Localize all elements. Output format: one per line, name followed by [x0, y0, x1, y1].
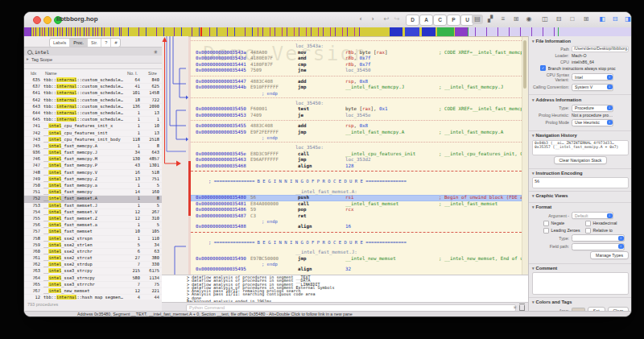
section-header[interactable]: ▾Address Information: [532, 96, 629, 103]
code-label[interactable]: loc_3545e:: [191, 145, 522, 151]
column-idx[interactable]: Idx: [31, 71, 36, 76]
navigation-history-list[interactable]: 0x84b3 (__ai…_ZN7INTERNAL_4f973d33…0x353…: [532, 140, 629, 155]
table-row[interactable]: 742__intel_cpu_features_init113: [24, 130, 162, 137]
clear-navigation-stack-button[interactable]: Clear Navigation Stack: [554, 156, 608, 164]
clear-console-trash-icon[interactable]: [519, 305, 525, 311]
table-row[interactable]: 748__intel_fast_memcpy.V16518: [24, 170, 162, 176]
disclosure-triangle-icon[interactable]: ▸: [27, 56, 29, 61]
section-header[interactable]: ▾Graphic Views: [532, 192, 629, 200]
format-type-dropdown[interactable]: [572, 234, 625, 242]
close-window-icon[interactable]: [33, 16, 41, 24]
disassembly-line[interactable]: 0x00000000000354537409jeloc_3545e: [191, 113, 522, 119]
table-row[interactable]: 635tbb::internal::custom_scheduler<tbb::…: [24, 77, 162, 84]
disassembly-line[interactable]: 0x000000000003548056pushrsi; Begin of un…: [191, 195, 522, 201]
mode-button-p[interactable]: P: [447, 14, 460, 26]
disassembly-line[interactable]: 0x00000000000354474883C408addrsp, 0x8: [191, 79, 522, 85]
table-row[interactable]: 750__intel_fast_memcpy.a15: [24, 183, 162, 189]
undo-icon[interactable]: ↩: [382, 14, 391, 24]
tab-#[interactable]: #: [111, 39, 120, 47]
comment-textarea[interactable]: [532, 272, 629, 295]
grid-pane-icon[interactable]: ⊞: [580, 14, 592, 24]
table-row[interactable]: 745__intel_fast_memcpy.A18: [24, 143, 162, 150]
field-path-dropdown[interactable]: [572, 243, 625, 250]
column-size[interactable]: Size: [148, 71, 157, 76]
toggle-bottom-panel-icon[interactable]: ⊟: [609, 14, 621, 24]
table-row[interactable]: 762__intel_sse2_strdup7330: [24, 262, 162, 268]
table-row[interactable]: 746__intel_fast_memcpy.M1304857: [24, 156, 162, 163]
pseudocode-view-icon[interactable]: ≡: [497, 14, 509, 24]
table-row[interactable]: 749__intel_fast_memcpy.Z13751: [24, 176, 162, 183]
negate-checkbox[interactable]: [543, 221, 549, 226]
disassembly-line[interactable]: 0x0000000000035468align128: [191, 163, 522, 170]
table-row[interactable]: 12tbb::internal::hash_map_segment_base::…: [24, 295, 162, 300]
clear-color-button[interactable]: Clear: [608, 307, 629, 311]
table-row[interactable]: 761__intel_sse2_strcat27380: [24, 255, 162, 262]
table-row[interactable]: 763__intel_sse3_strcpy2156175: [24, 268, 162, 275]
search-input[interactable]: intel: [35, 49, 49, 55]
table-row[interactable]: 757__intel_fast_memset10105: [24, 229, 162, 235]
disassembly-line[interactable]: 0x0000000000035459E9F2FEFFFFjmp__intel_f…: [191, 130, 522, 136]
tab-str[interactable]: Str.: [88, 39, 101, 47]
code-label[interactable]: loc_35450:: [191, 101, 522, 107]
cfg-view-icon[interactable]: ▞: [485, 14, 496, 24]
disassembly-line[interactable]: 0x00000000000354457509jneloc_35450: [191, 68, 522, 74]
column-count[interactable]: No. I.: [127, 71, 138, 76]
calling-convention-dropdown[interactable]: System V: [572, 84, 613, 91]
disassembly-pane[interactable]: Demo Version loc_3543a:0x000000000003543…: [188, 36, 528, 275]
filter-gear-icon[interactable]: ✳: [154, 49, 158, 56]
scrollbar-thumb[interactable]: [523, 40, 526, 89]
disassembly-line[interactable]: 0x0000000000035463E96AFFFFFFjmploc_353d2: [191, 157, 522, 163]
history-entry[interactable]: 0x35357 (__intel_fast_memcpy.A + 0x7): [533, 145, 628, 150]
single-pane-icon[interactable]: □: [567, 14, 578, 24]
table-row[interactable]: 753__intel_fast_memset.J15: [24, 203, 162, 209]
table-row[interactable]: 643tbb::internal::custom_scheduler<tbb::…: [24, 104, 162, 110]
disassembly-line[interactable]: 0x000000000003545eE8D3C9FFFFcall__intel_…: [191, 151, 522, 158]
tag-scope-row[interactable]: ▸ Tag Scope: [24, 56, 162, 64]
type-dropdown[interactable]: Procedure: [572, 105, 613, 112]
table-row[interactable]: 758__intel_sse2_strspn1110: [24, 236, 162, 242]
area-color-swatch[interactable]: [572, 308, 585, 311]
table-row[interactable]: 641tbb::internal::custom_scheduler<tbb::…: [24, 90, 162, 97]
table-row[interactable]: 741__intel_cpu_features_init_x110: [24, 123, 162, 130]
section-header[interactable]: ▾File Information: [532, 37, 629, 44]
section-header[interactable]: ▾Colors and Tags: [532, 299, 629, 306]
split-vertical-icon[interactable]: ◫: [539, 14, 551, 24]
mode-button-d[interactable]: D: [406, 14, 419, 26]
split-horizontal-icon[interactable]: ⊟: [553, 14, 564, 24]
table-row[interactable]: 645tbb::internal::custom_scheduler<tbb::…: [24, 117, 162, 123]
prolog-mode-dropdown[interactable]: Use Heuristic: [572, 119, 613, 126]
leading-zeroes-checkbox[interactable]: [543, 228, 549, 234]
table-row[interactable]: 760__intel_sse2_strchr663: [24, 249, 162, 255]
code-label[interactable]: loc_3543a:: [191, 43, 522, 50]
disassembly-line[interactable]: 0x000000000003544bE910FFFFFFjmp__intel_f…: [191, 85, 522, 91]
mode-button-c[interactable]: C: [433, 14, 447, 26]
disassembly-line[interactable]: 0x0000000000035481E84A000000call__intel_…: [191, 201, 522, 208]
tab-?[interactable]: ?: [101, 39, 111, 47]
disassembly-line[interactable]: 0x0000000000035450F60001testbyte [rax], …: [191, 106, 522, 113]
argument-dropdown[interactable]: Default: [572, 212, 613, 219]
assembly-view-icon[interactable]: ▤: [472, 14, 483, 24]
table-row[interactable]: 637tbb::internal::custom_scheduler<tbb::…: [24, 84, 162, 90]
navigate-icon[interactable]: ◉: [523, 14, 535, 24]
redo-icon[interactable]: ↪: [392, 14, 402, 24]
table-row[interactable]: 747__intel_fast_memcpy.P431301: [24, 163, 162, 169]
section-header[interactable]: ▾Format: [532, 204, 629, 211]
table-row[interactable]: 754__intel_fast_memset.V12267: [24, 209, 162, 216]
manage-types-button[interactable]: Manage Types: [590, 251, 629, 259]
section-header[interactable]: ▾Navigation History: [532, 132, 629, 139]
section-header[interactable]: ▾Instruction Encoding: [532, 170, 629, 177]
table-row[interactable]: 764__intel_sse3_strncpy5801134: [24, 275, 162, 282]
relative-to-checkbox[interactable]: [585, 228, 591, 234]
tab-proc[interactable]: Proc.: [70, 39, 88, 47]
branch-stop-checkbox[interactable]: ✓: [540, 65, 546, 71]
disassembly-line[interactable]: 0x0000000000035488align16: [191, 224, 522, 230]
code-label[interactable]: __intel_fast_memset.J:: [191, 250, 522, 256]
table-row[interactable]: 743__intel_cpu_features_init_body1182518: [24, 137, 162, 143]
disassembly-line[interactable]: 0x0000000000035487C3ret: [191, 213, 522, 220]
hex-editor-icon[interactable]: ⊞: [510, 14, 522, 24]
disassembly-scrollbar[interactable]: [522, 37, 528, 275]
table-row[interactable]: 759__intel_sse2_strlen534: [24, 242, 162, 249]
disassembly-line[interactable]: 0x00000000000354414180F87Fcmpr8b, 0x7f: [191, 62, 522, 68]
section-header[interactable]: ▾Comment: [532, 265, 629, 272]
code-label[interactable]: __intel_fast_memset.A:: [191, 189, 522, 196]
